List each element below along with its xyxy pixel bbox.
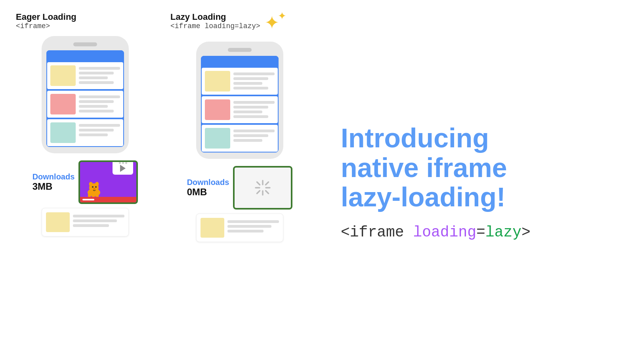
- line: [233, 111, 262, 113]
- lazy-phone-card-3: [202, 125, 278, 152]
- progress-bar: [82, 199, 94, 200]
- line: [233, 134, 268, 137]
- sparkle-small-icon: ✦: [278, 10, 286, 22]
- lazy-card-image-red: [205, 99, 230, 120]
- line: [227, 230, 264, 233]
- line: [233, 72, 275, 75]
- line: [79, 81, 114, 84]
- phone-card-1: [47, 62, 123, 89]
- heading-line2: native iframe: [341, 152, 507, 183]
- line: [79, 133, 108, 136]
- main-heading: Introducing native iframe lazy-loading!: [341, 123, 618, 212]
- bottom-card-image: [46, 212, 70, 232]
- svg-line-16: [266, 182, 269, 185]
- play-triangle: [120, 165, 126, 172]
- line: [73, 219, 117, 222]
- code-equals-part: =: [476, 224, 485, 241]
- lazy-loading-column: Lazy Loading <iframe loading=lazy> ✦ ✦: [170, 12, 309, 352]
- lazy-bottom-card-lines: [227, 218, 279, 233]
- lazy-phone-blue-bar: [201, 56, 279, 67]
- phone-notch-lazy: [228, 48, 252, 52]
- lazy-download-area: Downloads 0MB: [187, 166, 293, 210]
- card-image-red: [50, 94, 76, 114]
- svg-line-14: [257, 182, 260, 185]
- eager-phone-mockup: [42, 36, 129, 153]
- phone-blue-bar: [46, 50, 124, 61]
- line: [79, 129, 114, 131]
- eager-iframe-preview: [78, 160, 138, 204]
- heading-line3: lazy-loading!: [341, 182, 506, 212]
- eager-download-size: 3MB: [32, 181, 75, 192]
- lazy-card-lines-3: [233, 128, 275, 142]
- svg-line-15: [266, 191, 269, 194]
- lazy-phone-card-2: [202, 96, 278, 123]
- spinner-icon: [253, 178, 272, 197]
- eager-bottom-card: [42, 208, 129, 236]
- eager-download-area: Downloads 3MB: [32, 160, 138, 204]
- svg-line-17: [257, 191, 260, 194]
- main-container: Eager Loading <iframe>: [0, 0, 634, 364]
- line: [233, 101, 275, 104]
- play-icon-box: [113, 160, 133, 175]
- code-close-part: >: [521, 224, 531, 241]
- line: [79, 124, 120, 127]
- eager-downloads-label: Downloads: [32, 172, 75, 181]
- mini-dot: [125, 162, 127, 164]
- lazy-loading-header-text: Lazy Loading <iframe loading=lazy>: [170, 12, 260, 30]
- lazy-card-image-teal: [205, 128, 230, 149]
- line: [227, 220, 279, 223]
- line: [73, 215, 124, 217]
- dog-icon: [83, 177, 105, 199]
- lazy-phone-mockup: [196, 42, 283, 159]
- line: [233, 87, 268, 90]
- line: [233, 106, 268, 109]
- mini-dots: [119, 162, 127, 164]
- eager-loading-subtitle: <iframe>: [16, 22, 155, 30]
- left-side: Eager Loading <iframe>: [16, 12, 317, 352]
- eager-loading-title: Eager Loading: [16, 12, 155, 22]
- phone-notch: [73, 42, 97, 46]
- line: [79, 72, 114, 74]
- code-snippet: <iframe loading=lazy>: [341, 224, 618, 241]
- line: [233, 115, 268, 118]
- card-lines-2: [79, 94, 120, 112]
- mini-dot: [122, 162, 124, 164]
- line: [79, 100, 114, 103]
- svg-point-4: [92, 186, 94, 188]
- lazy-loading-title: Lazy Loading: [170, 12, 260, 22]
- line: [233, 130, 275, 132]
- line: [79, 105, 108, 108]
- svg-point-6: [93, 188, 95, 190]
- card-lines-3: [79, 122, 120, 136]
- eager-loading-column: Eager Loading <iframe>: [16, 12, 155, 352]
- lazy-bottom-card: [196, 213, 283, 242]
- code-loading-part: loading: [413, 224, 476, 241]
- phone-card-3: [47, 119, 123, 146]
- lazy-phone-screen: [201, 56, 279, 152]
- card-image-yellow: [50, 65, 76, 86]
- lazy-card-image-yellow: [205, 71, 230, 91]
- lazy-phone-card-1: [202, 68, 278, 95]
- line: [79, 95, 120, 98]
- line: [227, 225, 271, 228]
- lazy-card-lines-2: [233, 99, 275, 118]
- phone-card-2: [47, 91, 123, 118]
- line: [233, 139, 262, 142]
- lazy-loading-subtitle: <iframe loading=lazy>: [170, 22, 260, 30]
- lazy-downloads-label: Downloads: [187, 178, 229, 187]
- eager-downloads-text: Downloads 3MB: [32, 172, 75, 192]
- line: [79, 110, 114, 112]
- phone-screen: [46, 50, 124, 147]
- lazy-loading-header: Lazy Loading <iframe loading=lazy> ✦ ✦: [170, 12, 309, 36]
- card-lines-1: [79, 65, 120, 84]
- code-iframe-part: <iframe: [341, 224, 413, 241]
- bottom-card-lines: [73, 212, 124, 227]
- lazy-card-lines-1: [233, 71, 275, 90]
- line: [73, 224, 109, 227]
- lazy-download-size: 0MB: [187, 187, 229, 198]
- svg-point-5: [95, 186, 97, 188]
- card-image-teal: [50, 122, 76, 143]
- eager-loading-header: Eager Loading <iframe>: [16, 12, 155, 30]
- lazy-iframe-preview: [233, 166, 292, 210]
- line: [233, 77, 268, 80]
